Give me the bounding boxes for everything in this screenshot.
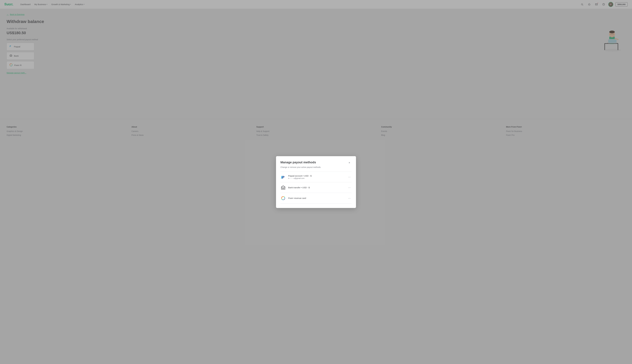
fiverr-card-row-icon: [280, 196, 286, 201]
modal-title: Manage payout methods: [280, 160, 316, 164]
paypal-method-name: Paypal account • USD - $: [288, 175, 311, 177]
bank-method-row: Bank transfer • USD - $ ⋯: [280, 182, 352, 193]
modal-header: Manage payout methods ×: [280, 160, 352, 165]
fiverr-card-options-button[interactable]: ⋯: [347, 196, 352, 200]
bank-row-left: Bank transfer • USD - $: [280, 185, 310, 190]
fiverr-card-method-name: Fiverr revenue card: [288, 197, 306, 199]
fiverr-card-row-left: Fiverr revenue card: [280, 196, 306, 201]
paypal-row-info: Paypal account • USD - $ n·········v@gma…: [288, 175, 311, 179]
paypal-options-button[interactable]: ⋯: [347, 175, 352, 179]
svg-text:P: P: [282, 175, 284, 179]
svg-point-30: [281, 196, 285, 200]
modal-overlay[interactable]: Manage payout methods × Change or remove…: [0, 0, 632, 364]
modal-close-button[interactable]: ×: [347, 160, 352, 165]
bank-row-info: Bank transfer • USD - $: [288, 186, 310, 189]
paypal-method-row: P P Paypal account • USD - $ n·········v…: [280, 172, 352, 182]
bank-row-icon: [280, 185, 286, 190]
fiverr-card-row-info: Fiverr revenue card: [288, 197, 306, 199]
paypal-method-email: n·········v@gmail.com: [288, 177, 311, 179]
bank-building-icon: [281, 185, 285, 190]
modal-subtitle: Change or remove your active payout meth…: [280, 166, 352, 168]
paypal-row-icon: P P: [280, 174, 286, 180]
bank-options-button[interactable]: ⋯: [347, 185, 352, 190]
bank-method-name: Bank transfer • USD - $: [288, 186, 310, 189]
paypal-row-left: P P Paypal account • USD - $ n·········v…: [280, 174, 311, 180]
manage-payout-modal: Manage payout methods × Change or remove…: [276, 156, 356, 208]
fiverr-card-method-row: Fiverr revenue card ⋯: [280, 193, 352, 204]
